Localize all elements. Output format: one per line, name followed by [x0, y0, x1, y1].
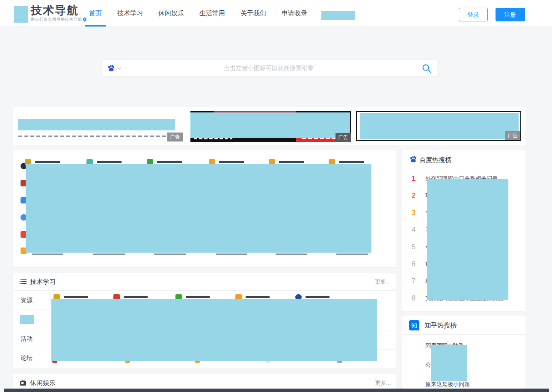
ad1-redacted	[18, 119, 175, 130]
nav-item-fun[interactable]: 休闲娱乐	[151, 0, 192, 27]
nav-item-life[interactable]: 生活常用	[192, 0, 233, 27]
search-input[interactable]	[128, 60, 410, 76]
ad3-badge: 广告	[505, 131, 520, 140]
page: 技术导航 用心打造实用网络技术导航 首页 技术学习 休闲娱乐 生活常用 关于我们…	[0, 0, 552, 392]
chevron-down-icon	[117, 67, 122, 70]
baidu-list-redacted	[427, 179, 508, 300]
rank-badge: 8	[412, 290, 422, 307]
zhihu-card-title: 知乎热搜榜	[424, 315, 457, 335]
baidu-paw-icon	[107, 64, 116, 73]
rank-badge: 2	[412, 187, 422, 204]
site-text-fragment	[279, 161, 304, 163]
zhihu-card-header: 知 知乎热搜榜	[402, 315, 525, 335]
ad-banner-1[interactable]: 广告	[17, 112, 183, 141]
site-text-fragment	[339, 161, 364, 163]
site-text-fragment	[157, 161, 182, 163]
rank-badge: 6	[412, 256, 422, 273]
tech-card-header: 技术学习 更多...	[13, 273, 396, 291]
tech-content-redacted	[51, 299, 377, 361]
login-button[interactable]: 登录	[459, 8, 488, 21]
tab-redacted[interactable]	[13, 310, 50, 329]
baidu-hot-card: 百度热搜榜 1外交部回应中日关系相关问题 2珠 3中 4兰 5金 6首 7杭 8…	[402, 150, 525, 311]
ad-banner-3[interactable]: 广告	[356, 111, 521, 141]
rank-badge: 3	[412, 204, 422, 221]
logo-title: 技术导航	[31, 4, 86, 17]
site-text-fragment	[64, 296, 88, 298]
main-nav: 首页 技术学习 休闲娱乐 生活常用 关于我们 申请收录	[81, 0, 315, 27]
ad2-redacted	[190, 112, 350, 138]
site-text-fragment	[246, 296, 270, 298]
baidu-card-title: 百度热搜榜	[419, 150, 451, 169]
list-icon	[20, 278, 27, 286]
rank-badge: 1	[412, 170, 422, 187]
links-grid-redacted	[26, 164, 371, 253]
tab-label-redacted	[20, 315, 34, 324]
nav-item-about[interactable]: 关于我们	[233, 0, 274, 27]
nav-item-submit[interactable]: 申请收录	[274, 0, 315, 27]
ad-banner-strip: 广告 广告 广告	[13, 107, 525, 145]
rank-badge: 7	[412, 273, 422, 290]
tab-forum[interactable]: 论坛	[13, 348, 50, 368]
ad1-badge: 广告	[167, 133, 183, 141]
tab-activities[interactable]: 活动	[13, 329, 50, 348]
logo[interactable]: 技术导航 用心打造实用网络技术导航	[31, 4, 86, 22]
header: 技术导航 用心打造实用网络技术导航 首页 技术学习 休闲娱乐 生活常用 关于我们…	[0, 0, 552, 27]
tech-learning-card: 技术学习 更多... 资源 活动 论坛	[13, 273, 396, 368]
ad3-redacted	[360, 113, 519, 139]
site-text-fragment	[219, 161, 244, 163]
site-text-fragment	[186, 296, 210, 298]
register-button[interactable]: 注册	[496, 8, 525, 21]
zhihu-icon: 知	[409, 320, 419, 330]
baidu-paw-icon	[409, 155, 418, 165]
rank-badge: 5	[412, 239, 422, 256]
nav-item-home[interactable]: 首页	[81, 0, 110, 27]
site-text-fragment	[336, 253, 368, 255]
site-text-fragment	[35, 161, 60, 163]
site-text-fragment	[97, 161, 122, 163]
site-text-fragment	[93, 253, 125, 255]
logo-image-redacted	[14, 6, 28, 23]
tech-card-title: 技术学习	[30, 273, 56, 291]
baidu-card-header: 百度热搜榜	[402, 150, 525, 169]
search-bar	[101, 59, 437, 77]
tech-more-link[interactable]: 更多...	[375, 273, 391, 291]
tech-tab-column: 资源 活动 论坛	[13, 291, 50, 368]
links-grid-card	[13, 150, 396, 267]
site-text-fragment	[306, 296, 329, 298]
zhihu-list-redacted	[431, 345, 467, 381]
search-icon	[421, 63, 432, 74]
tab-resources[interactable]: 资源	[13, 291, 50, 310]
ad-banner-2[interactable]: 广告	[190, 111, 351, 142]
site-text-fragment	[154, 253, 186, 255]
logo-tagline-text: 用心打造实用网络技术导航	[31, 17, 82, 22]
ad2-badge: 广告	[335, 133, 351, 142]
site-text-fragment	[124, 296, 148, 298]
rank-badge: 4	[412, 221, 422, 239]
footer-top-band	[4, 389, 549, 392]
site-text-fragment	[276, 253, 307, 255]
search-engine-switcher[interactable]	[107, 64, 126, 73]
zhihu-hot-card: 知 知乎热搜榜 阿里国际AI助手 公积金新政策 原来这是极小问题	[402, 315, 525, 389]
logo-tagline: 用心打造实用网络技术导航	[31, 17, 86, 22]
site-text-fragment	[216, 253, 247, 255]
ad1-text-fragment	[18, 136, 172, 137]
nav-extra-redacted	[321, 11, 355, 20]
search-submit-button[interactable]	[421, 63, 432, 74]
tv-icon	[20, 380, 27, 388]
site-text-fragment	[32, 253, 63, 255]
nav-item-tech[interactable]: 技术学习	[110, 0, 151, 27]
